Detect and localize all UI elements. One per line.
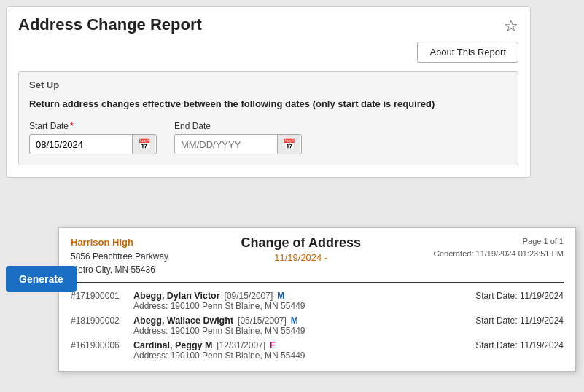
report-date-range: 11/19/2024 - <box>168 252 433 263</box>
start-date-label: Start Date* <box>29 121 157 131</box>
report-row: #171900001 Abegg, Dylan Victor [09/15/20… <box>71 291 564 311</box>
report-title: Change of Address <box>168 235 433 251</box>
end-date-input[interactable] <box>175 136 277 154</box>
report-row-address: Address: 190100 Penn St Blaine, MN 55449 <box>133 326 564 336</box>
setup-label: Set Up <box>29 79 507 90</box>
setup-description: Return address changes effective between… <box>29 98 507 111</box>
row-start-date: Start Date: 11/19/2024 <box>475 291 564 301</box>
report-row: #181900002 Abegg, Wallace Dwight [05/15/… <box>71 315 564 336</box>
end-date-label: End Date <box>174 121 302 131</box>
date-fields-row: Start Date* 📅 End Date 📅 <box>29 121 507 154</box>
report-row: #161900006 Cardinal, Peggy M [12/31/2007… <box>71 340 564 361</box>
end-date-group: End Date 📅 <box>174 121 302 154</box>
row-gender: M <box>291 315 298 326</box>
row-start-date: Start Date: 11/19/2024 <box>475 340 564 350</box>
row-dob: [09/15/2007] <box>225 291 273 301</box>
report-generated: Generated: 11/19/2024 01:23:51 PM <box>433 248 564 260</box>
star-icon[interactable]: ☆ <box>504 17 518 36</box>
report-panel: Harrison High 5856 Peachtree Parkway Met… <box>58 227 576 372</box>
row-id: #171900001 <box>71 291 129 301</box>
header-row: Address Change Report ☆ <box>18 15 518 36</box>
report-school-name: Harrison High <box>71 235 168 250</box>
row-dob: [12/31/2007] <box>217 340 265 350</box>
about-row: About This Report <box>18 42 518 63</box>
row-name: Abegg, Wallace Dwight <box>133 315 233 326</box>
report-page-info: Page 1 of 1 <box>433 235 564 248</box>
report-rows: #171900001 Abegg, Dylan Victor [09/15/20… <box>71 291 564 361</box>
end-date-calendar-icon[interactable]: 📅 <box>277 135 300 154</box>
report-row-address: Address: 190100 Penn St Blaine, MN 55449 <box>133 350 564 361</box>
row-gender: M <box>277 291 284 301</box>
row-gender: F <box>270 340 275 350</box>
report-header: Harrison High 5856 Peachtree Parkway Met… <box>71 235 564 283</box>
report-row-line1: #181900002 Abegg, Wallace Dwight [05/15/… <box>71 315 564 326</box>
generate-button[interactable]: Generate <box>6 266 77 292</box>
start-date-input-wrapper: 📅 <box>29 134 157 154</box>
report-row-line1: #161900006 Cardinal, Peggy M [12/31/2007… <box>71 340 564 350</box>
report-school-info: Harrison High 5856 Peachtree Parkway Met… <box>71 235 168 276</box>
report-title-block: Change of Address 11/19/2024 - <box>168 235 433 263</box>
row-name: Abegg, Dylan Victor <box>133 291 220 301</box>
row-name: Cardinal, Peggy M <box>133 340 212 350</box>
start-date-group: Start Date* 📅 <box>29 121 157 154</box>
row-start-date: Start Date: 11/19/2024 <box>475 315 564 326</box>
start-date-calendar-icon[interactable]: 📅 <box>132 135 155 154</box>
report-school-addr-line2: Metro City, MN 55436 <box>71 263 168 276</box>
row-id: #161900006 <box>71 340 129 350</box>
report-row-address: Address: 190100 Penn St Blaine, MN 55449 <box>133 301 564 311</box>
main-panel: Address Change Report ☆ About This Repor… <box>6 6 531 178</box>
row-dob: [05/15/2007] <box>238 315 287 326</box>
setup-box: Set Up Return address changes effective … <box>18 71 518 165</box>
page-title: Address Change Report <box>18 15 202 34</box>
end-date-input-wrapper: 📅 <box>174 134 302 154</box>
report-meta: Page 1 of 1 Generated: 11/19/2024 01:23:… <box>433 235 564 259</box>
about-button[interactable]: About This Report <box>417 42 518 63</box>
row-id: #181900002 <box>71 315 129 326</box>
report-school-addr-line1: 5856 Peachtree Parkway <box>71 250 168 263</box>
report-row-line1: #171900001 Abegg, Dylan Victor [09/15/20… <box>71 291 564 301</box>
start-date-input[interactable] <box>30 136 132 154</box>
